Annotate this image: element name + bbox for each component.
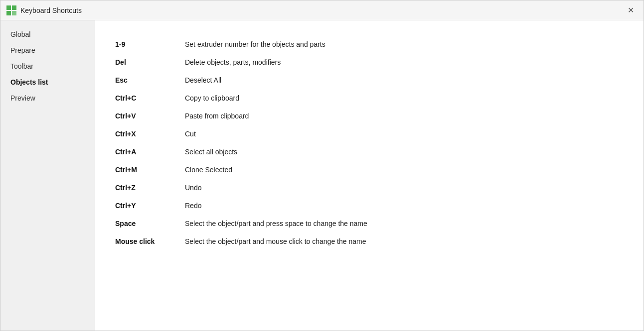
- shortcut-key: Esc: [115, 71, 185, 89]
- close-button[interactable]: ✕: [624, 3, 638, 17]
- sidebar-item-preview[interactable]: Preview: [0, 90, 95, 106]
- shortcut-key: Ctrl+C: [115, 89, 185, 107]
- shortcut-description: Set extruder number for the objects and …: [185, 35, 624, 53]
- shortcut-description: Copy to clipboard: [185, 89, 624, 107]
- shortcut-description: Clone Selected: [185, 161, 624, 179]
- sidebar-item-prepare[interactable]: Prepare: [0, 42, 95, 58]
- main-panel: 1-9Set extruder number for the objects a…: [95, 20, 644, 331]
- sidebar-item-toolbar[interactable]: Toolbar: [0, 58, 95, 74]
- shortcut-description: Deselect All: [185, 71, 624, 89]
- svg-rect-0: [6, 5, 11, 10]
- shortcut-description: Redo: [185, 197, 624, 215]
- sidebar-item-objects-list[interactable]: Objects list: [0, 74, 95, 90]
- shortcut-description: Delete objects, parts, modifiers: [185, 53, 624, 71]
- shortcut-key: Mouse click: [115, 232, 185, 250]
- shortcut-key: Ctrl+A: [115, 143, 185, 161]
- shortcut-description: Cut: [185, 125, 624, 143]
- titlebar-left: Keyboard Shortcuts: [6, 5, 82, 15]
- shortcut-description: Select the object/part and mouse click t…: [185, 232, 624, 250]
- shortcut-key: Del: [115, 53, 185, 71]
- content-area: GlobalPrepareToolbarObjects listPreview …: [0, 20, 644, 331]
- svg-rect-2: [6, 11, 11, 15]
- shortcut-description: Select all objects: [185, 143, 624, 161]
- keyboard-shortcuts-window: Keyboard Shortcuts ✕ GlobalPrepareToolba…: [0, 0, 644, 331]
- shortcut-key: Ctrl+Z: [115, 179, 185, 197]
- svg-rect-1: [12, 5, 16, 10]
- shortcut-key: Ctrl+M: [115, 161, 185, 179]
- shortcut-key: Space: [115, 215, 185, 232]
- sidebar: GlobalPrepareToolbarObjects listPreview: [0, 20, 95, 331]
- app-logo-icon: [6, 5, 16, 15]
- sidebar-item-global[interactable]: Global: [0, 26, 95, 42]
- shortcut-key: Ctrl+Y: [115, 197, 185, 215]
- shortcut-key: Ctrl+V: [115, 107, 185, 125]
- shortcut-key: 1-9: [115, 35, 185, 53]
- window-title: Keyboard Shortcuts: [20, 6, 82, 14]
- shortcut-key: Ctrl+X: [115, 125, 185, 143]
- shortcut-description: Select the object/part and press space t…: [185, 215, 624, 232]
- shortcut-description: Undo: [185, 179, 624, 197]
- titlebar: Keyboard Shortcuts ✕: [0, 0, 644, 20]
- shortcut-description: Paste from clipboard: [185, 107, 624, 125]
- shortcuts-table: 1-9Set extruder number for the objects a…: [115, 35, 624, 250]
- svg-rect-3: [12, 11, 16, 15]
